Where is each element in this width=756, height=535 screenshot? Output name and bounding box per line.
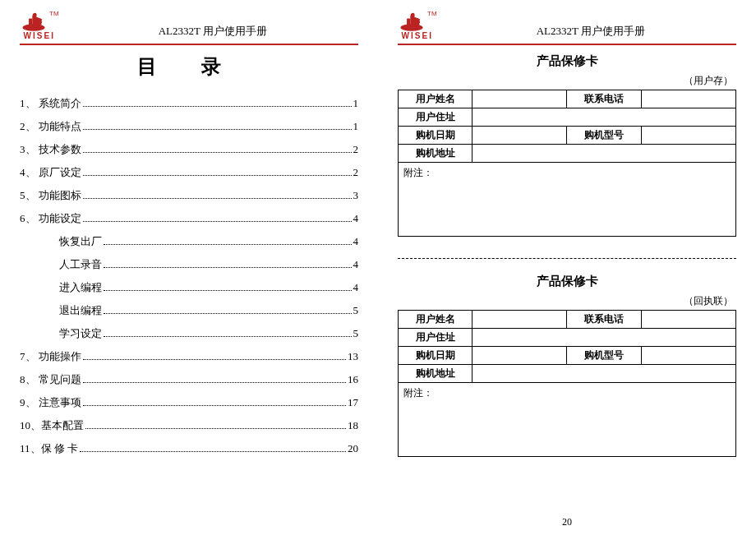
toc-row: 进入编程4 xyxy=(20,280,358,295)
label-user-name: 用户姓名 xyxy=(399,90,472,108)
page-left: TM WISEI AL2332T 用户使用手册 目 录 1、 系统简介12、 功… xyxy=(0,0,378,535)
toc-label: 退出编程 xyxy=(59,303,102,318)
toc-label: 恢复出厂 xyxy=(59,234,102,249)
toc-row: 8、 常见问题16 xyxy=(20,372,358,387)
cut-line xyxy=(398,258,736,259)
label-phone: 联系电话 xyxy=(567,311,641,329)
toc-leader xyxy=(83,221,352,222)
toc-heading: 目 录 xyxy=(20,53,358,80)
toc-page: 2 xyxy=(353,143,359,156)
trademark: TM xyxy=(427,10,437,17)
toc-label: 进入编程 xyxy=(59,280,102,295)
toc-leader xyxy=(83,405,346,406)
toc-leader xyxy=(104,336,352,337)
value-buy-date xyxy=(472,127,567,145)
label-phone: 联系电话 xyxy=(567,90,641,108)
brand-text: WISEI xyxy=(402,31,433,40)
toc-leader xyxy=(83,106,352,107)
toc-row: 退出编程5 xyxy=(20,303,358,318)
toc-leader xyxy=(104,290,352,291)
value-buy-date xyxy=(472,347,567,365)
copy-receipt: （回执联） xyxy=(398,294,736,308)
label-address: 用户住址 xyxy=(399,329,472,347)
toc-row: 人工录音4 xyxy=(20,257,358,272)
value-phone xyxy=(641,90,735,108)
toc-leader xyxy=(83,382,346,383)
toc-page: 18 xyxy=(348,419,358,432)
toc-label: 1、 系统简介 xyxy=(20,96,81,111)
toc-row: 4、 原厂设定2 xyxy=(20,165,358,180)
label-model: 购机型号 xyxy=(567,347,641,365)
toc-label: 学习设定 xyxy=(59,326,102,341)
remark-box: 附注： xyxy=(398,383,736,457)
toc-page: 2 xyxy=(353,166,359,179)
toc-row: 10、基本配置18 xyxy=(20,418,358,433)
toc-row: 1、 系统简介1 xyxy=(20,96,358,111)
page-right: TM WISEI AL2332T 用户使用手册 产品保修卡 （用户存） 用户姓名… xyxy=(378,0,756,535)
toc-leader xyxy=(83,175,352,176)
toc-label: 7、 功能操作 xyxy=(20,349,81,364)
label-buy-addr: 购机地址 xyxy=(399,145,472,163)
toc-label: 9、 注意事项 xyxy=(20,395,81,410)
toc-row: 3、 技术参数2 xyxy=(20,142,358,157)
value-buy-addr xyxy=(472,145,736,163)
toc-page: 4 xyxy=(353,235,359,248)
doc-title: AL2332T 用户使用手册 xyxy=(67,24,358,40)
label-remark: 附注： xyxy=(403,387,433,399)
svg-rect-3 xyxy=(407,18,410,25)
toc-label: 3、 技术参数 xyxy=(20,142,81,157)
toc-page: 3 xyxy=(353,189,359,202)
toc-page: 17 xyxy=(348,396,358,409)
doc-title: AL2332T 用户使用手册 xyxy=(445,24,736,40)
label-buy-date: 购机日期 xyxy=(399,127,472,145)
brand-logo: TM WISEI xyxy=(398,10,437,40)
label-address: 用户住址 xyxy=(399,108,472,127)
toc-leader xyxy=(104,267,352,268)
value-user-name xyxy=(472,90,567,108)
value-model xyxy=(641,347,735,365)
toc-page: 1 xyxy=(353,120,359,133)
value-buy-addr xyxy=(472,365,736,383)
label-buy-date: 购机日期 xyxy=(399,347,472,365)
brand-text: WISEI xyxy=(24,31,55,40)
toc-label: 4、 原厂设定 xyxy=(20,165,81,180)
toc-leader xyxy=(104,244,352,245)
value-address xyxy=(472,329,736,347)
toc-row: 恢复出厂4 xyxy=(20,234,358,249)
toc-label: 10、基本配置 xyxy=(20,418,84,433)
remark-box: 附注： xyxy=(398,163,736,237)
copy-user: （用户存） xyxy=(398,74,736,88)
page-number: 20 xyxy=(378,516,756,528)
toc-page: 4 xyxy=(353,281,359,294)
toc-row: 11、保 修 卡20 xyxy=(20,441,358,456)
warranty-title: 产品保修卡 xyxy=(398,274,736,289)
toc-page: 1 xyxy=(353,97,359,110)
thumb-icon xyxy=(20,10,48,31)
toc-row: 学习设定5 xyxy=(20,326,358,341)
toc-label: 8、 常见问题 xyxy=(20,372,81,387)
toc-label: 2、 功能特点 xyxy=(20,119,81,134)
toc-row: 5、 功能图标3 xyxy=(20,188,358,203)
toc-label: 11、保 修 卡 xyxy=(20,441,78,456)
toc-list: 1、 系统简介12、 功能特点13、 技术参数24、 原厂设定25、 功能图标3… xyxy=(20,96,358,456)
value-user-name xyxy=(472,311,567,329)
toc-page: 20 xyxy=(348,442,358,455)
toc-page: 16 xyxy=(348,373,358,386)
warranty-table-user: 用户姓名 联系电话 用户住址 购机日期 购机型号 购机地址 xyxy=(398,90,736,163)
warranty-table-receipt: 用户姓名 联系电话 用户住址 购机日期 购机型号 购机地址 xyxy=(398,310,736,383)
label-model: 购机型号 xyxy=(567,127,641,145)
value-model xyxy=(641,127,735,145)
toc-leader xyxy=(83,129,352,130)
toc-label: 6、 功能设定 xyxy=(20,211,81,226)
toc-leader xyxy=(83,152,352,153)
value-phone xyxy=(641,311,735,329)
trademark: TM xyxy=(49,10,59,17)
toc-label: 人工录音 xyxy=(59,257,102,272)
page-header: TM WISEI AL2332T 用户使用手册 xyxy=(398,10,736,45)
label-user-name: 用户姓名 xyxy=(399,311,472,329)
brand-logo: TM WISEI xyxy=(20,10,59,40)
toc-leader xyxy=(83,359,346,360)
toc-page: 4 xyxy=(353,258,359,271)
toc-leader xyxy=(104,313,352,314)
svg-rect-1 xyxy=(29,18,32,25)
